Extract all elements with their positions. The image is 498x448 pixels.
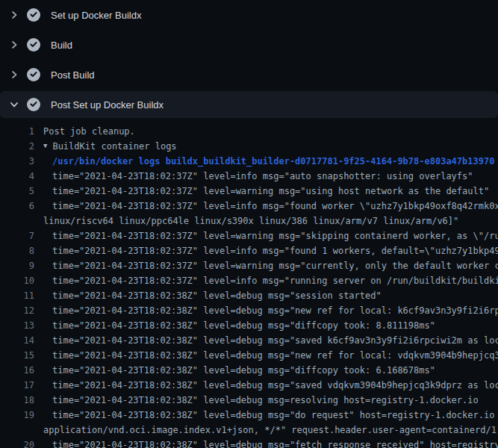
line-number[interactable]: 4: [0, 169, 34, 184]
log-line: 17 ▼ time="2021-04-23T18:02:38Z" level=d…: [0, 378, 498, 393]
log-line-text: time="2021-04-23T18:02:37Z" level=info m…: [52, 169, 473, 184]
chevron-right-icon[interactable]: [9, 40, 19, 50]
step-title: Build: [51, 40, 72, 51]
log-line-text: time="2021-04-23T18:02:38Z" level=debug …: [52, 318, 435, 333]
log-line-text: time="2021-04-23T18:02:38Z" level=debug …: [52, 348, 498, 363]
log-line: 10 ▼ time="2021-04-23T18:02:37Z" level=i…: [0, 273, 498, 288]
line-number[interactable]: 16: [0, 363, 34, 378]
step-header-post-set-up-docker-buildx[interactable]: Post Set up Docker Buildx: [0, 91, 498, 118]
log-line: 15 ▼ time="2021-04-23T18:02:38Z" level=d…: [0, 348, 498, 363]
line-number[interactable]: 15: [0, 348, 34, 363]
line-number[interactable]: 2: [0, 139, 34, 154]
step-header-build[interactable]: Build: [0, 30, 498, 60]
log-line-text: time="2021-04-23T18:02:37Z" level=warnin…: [52, 228, 498, 243]
chevron-right-icon[interactable]: [9, 69, 19, 80]
chevron-down-icon[interactable]: [9, 99, 19, 110]
line-number[interactable]: 11: [0, 288, 34, 303]
log-line: 11 ▼ time="2021-04-23T18:02:38Z" level=d…: [0, 288, 498, 303]
log-line: 16 ▼ time="2021-04-23T18:02:38Z" level=d…: [0, 363, 498, 378]
log-line-text: time="2021-04-23T18:02:38Z" level=debug …: [52, 288, 382, 303]
log-line-text: time="2021-04-23T18:02:38Z" level=debug …: [52, 363, 435, 378]
line-number[interactable]: 9: [0, 258, 34, 273]
log-line: 5 ▼ time="2021-04-23T18:02:37Z" level=wa…: [0, 184, 498, 199]
log-line: 8 ▼ time="2021-04-23T18:02:37Z" level=in…: [0, 243, 498, 258]
log-line: 14 ▼ time="2021-04-23T18:02:38Z" level=d…: [0, 333, 498, 348]
line-number[interactable]: 14: [0, 333, 34, 348]
log-line-text: time="2021-04-23T18:02:38Z" level=debug …: [52, 378, 498, 393]
line-number[interactable]: 8: [0, 243, 34, 258]
line-number[interactable]: 12: [0, 303, 34, 318]
line-number[interactable]: 17: [0, 378, 34, 393]
log-line-text: linux/riscv64 linux/ppc64le linux/s390x …: [43, 214, 458, 228]
log-line: 6 ▼ time="2021-04-23T18:02:37Z" level=in…: [0, 199, 498, 214]
step-title: Post Build: [51, 69, 95, 81]
line-number[interactable]: 20: [0, 438, 34, 448]
log-line: 3 ▼ /usr/bin/docker logs buildx_buildkit…: [0, 154, 498, 169]
step-title: Post Set up Docker Buildx: [51, 99, 164, 111]
line-number[interactable]: 3: [0, 154, 34, 169]
check-circle-icon: [27, 8, 40, 22]
line-number[interactable]: 5: [0, 184, 34, 199]
log-line: 9 ▼ time="2021-04-23T18:02:37Z" level=wa…: [0, 258, 498, 273]
log-line-text: time="2021-04-23T18:02:37Z" level=warnin…: [52, 258, 498, 273]
step-header-post-build[interactable]: Post Build: [0, 60, 498, 90]
log-line: 18 ▼ time="2021-04-23T18:02:38Z" level=d…: [0, 393, 498, 408]
group-disclosure-icon[interactable]: ▼: [43, 138, 47, 153]
check-circle-icon: [27, 68, 40, 81]
steps-list: Set up Docker Buildx Build P: [0, 0, 498, 118]
line-number[interactable]: 6: [0, 199, 34, 214]
log-line-text: Post job cleanup.: [43, 124, 135, 139]
line-number[interactable]: 1: [0, 124, 34, 139]
check-circle-icon: [27, 38, 40, 52]
log-line-text: time="2021-04-23T18:02:38Z" level=debug …: [52, 333, 498, 348]
log-output: 1 ▼ Post job cleanup. 2 ▼ BuildKit conta…: [0, 124, 498, 448]
line-number[interactable]: 13: [0, 318, 34, 333]
step-title: Set up Docker Buildx: [51, 10, 141, 21]
step-header-set-up-docker-buildx[interactable]: Set up Docker Buildx: [0, 0, 498, 30]
log-line-text: time="2021-04-23T18:02:38Z" level=debug …: [52, 408, 498, 423]
log-line-text: time="2021-04-23T18:02:37Z" level=info m…: [52, 199, 498, 214]
check-circle-icon: [27, 98, 40, 111]
job-log-pane: Set up Docker Buildx Build P: [0, 0, 498, 448]
log-line-text: BuildKit container logs: [52, 139, 176, 154]
log-line-text: time="2021-04-23T18:02:37Z" level=warnin…: [52, 184, 489, 199]
line-number[interactable]: 18: [0, 393, 34, 408]
log-line: ▼ application/vnd.oci.image.index.v1+jso…: [0, 423, 498, 438]
line-number[interactable]: [0, 423, 34, 438]
log-line: 4 ▼ time="2021-04-23T18:02:37Z" level=in…: [0, 169, 498, 184]
line-number[interactable]: 7: [0, 228, 34, 243]
log-line-text: /usr/bin/docker logs buildx_buildkit_bui…: [52, 154, 494, 169]
log-line: 13 ▼ time="2021-04-23T18:02:38Z" level=d…: [0, 318, 498, 333]
log-line-text: time="2021-04-23T18:02:38Z" level=debug …: [52, 303, 498, 318]
log-line: 12 ▼ time="2021-04-23T18:02:38Z" level=d…: [0, 303, 498, 318]
chevron-right-icon[interactable]: [9, 10, 19, 20]
log-line: 7 ▼ time="2021-04-23T18:02:37Z" level=wa…: [0, 228, 498, 243]
line-number[interactable]: [0, 214, 34, 228]
log-line: ▼ linux/riscv64 linux/ppc64le linux/s390…: [0, 214, 498, 228]
log-line-text: time="2021-04-23T18:02:37Z" level=info m…: [52, 273, 498, 288]
log-line: 19 ▼ time="2021-04-23T18:02:38Z" level=d…: [0, 408, 498, 423]
log-line-text: time="2021-04-23T18:02:38Z" level=debug …: [52, 393, 479, 408]
log-line: 1 ▼ Post job cleanup.: [0, 124, 498, 139]
log-line-text: time="2021-04-23T18:02:37Z" level=info m…: [52, 243, 498, 258]
line-number[interactable]: 10: [0, 273, 34, 288]
log-line: 2 ▼ BuildKit container logs: [0, 139, 498, 154]
log-line-text: time="2021-04-23T18:02:38Z" level=debug …: [52, 438, 498, 448]
log-line-text: application/vnd.oci.image.index.v1+json,…: [43, 423, 498, 438]
log-line: 20 ▼ time="2021-04-23T18:02:38Z" level=d…: [0, 438, 498, 448]
line-number[interactable]: 19: [0, 408, 34, 423]
